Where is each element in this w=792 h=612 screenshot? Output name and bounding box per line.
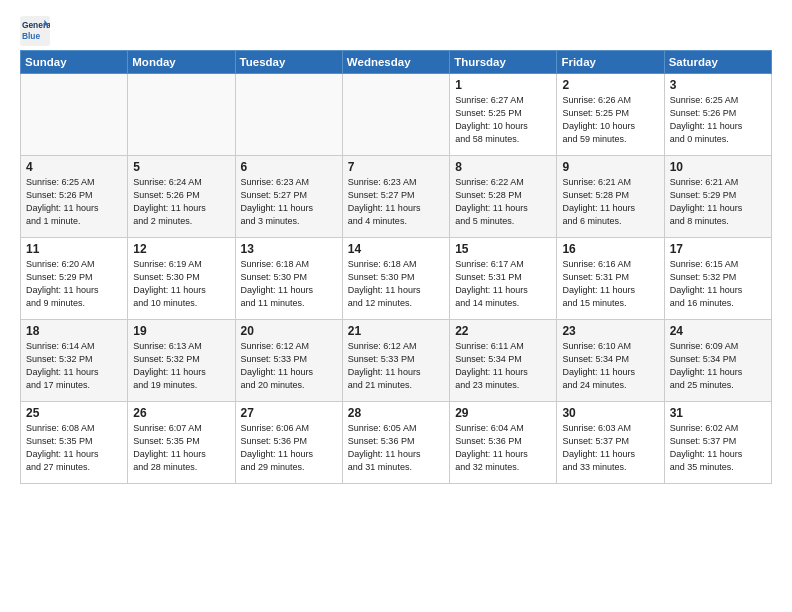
day-info: Sunrise: 6:16 AM Sunset: 5:31 PM Dayligh… bbox=[562, 258, 658, 310]
day-number: 17 bbox=[670, 242, 766, 256]
header-day-monday: Monday bbox=[128, 51, 235, 74]
day-info: Sunrise: 6:03 AM Sunset: 5:37 PM Dayligh… bbox=[562, 422, 658, 474]
calendar-cell: 11Sunrise: 6:20 AM Sunset: 5:29 PM Dayli… bbox=[21, 238, 128, 320]
day-info: Sunrise: 6:12 AM Sunset: 5:33 PM Dayligh… bbox=[241, 340, 337, 392]
day-info: Sunrise: 6:12 AM Sunset: 5:33 PM Dayligh… bbox=[348, 340, 444, 392]
week-row-5: 25Sunrise: 6:08 AM Sunset: 5:35 PM Dayli… bbox=[21, 402, 772, 484]
day-number: 13 bbox=[241, 242, 337, 256]
calendar-cell: 30Sunrise: 6:03 AM Sunset: 5:37 PM Dayli… bbox=[557, 402, 664, 484]
header-day-tuesday: Tuesday bbox=[235, 51, 342, 74]
calendar-header: SundayMondayTuesdayWednesdayThursdayFrid… bbox=[21, 51, 772, 74]
day-number: 15 bbox=[455, 242, 551, 256]
calendar-cell: 2Sunrise: 6:26 AM Sunset: 5:25 PM Daylig… bbox=[557, 74, 664, 156]
calendar-cell: 26Sunrise: 6:07 AM Sunset: 5:35 PM Dayli… bbox=[128, 402, 235, 484]
calendar-body: 1Sunrise: 6:27 AM Sunset: 5:25 PM Daylig… bbox=[21, 74, 772, 484]
calendar-cell: 18Sunrise: 6:14 AM Sunset: 5:32 PM Dayli… bbox=[21, 320, 128, 402]
page-container: General Blue SundayMondayTuesdayWednesda… bbox=[0, 0, 792, 494]
calendar-cell: 6Sunrise: 6:23 AM Sunset: 5:27 PM Daylig… bbox=[235, 156, 342, 238]
day-number: 2 bbox=[562, 78, 658, 92]
logo-icon: General Blue bbox=[20, 16, 50, 46]
day-info: Sunrise: 6:14 AM Sunset: 5:32 PM Dayligh… bbox=[26, 340, 122, 392]
calendar-cell: 27Sunrise: 6:06 AM Sunset: 5:36 PM Dayli… bbox=[235, 402, 342, 484]
day-info: Sunrise: 6:19 AM Sunset: 5:30 PM Dayligh… bbox=[133, 258, 229, 310]
day-info: Sunrise: 6:18 AM Sunset: 5:30 PM Dayligh… bbox=[241, 258, 337, 310]
calendar-cell: 29Sunrise: 6:04 AM Sunset: 5:36 PM Dayli… bbox=[450, 402, 557, 484]
day-info: Sunrise: 6:05 AM Sunset: 5:36 PM Dayligh… bbox=[348, 422, 444, 474]
calendar-table: SundayMondayTuesdayWednesdayThursdayFrid… bbox=[20, 50, 772, 484]
svg-text:Blue: Blue bbox=[22, 31, 41, 41]
week-row-4: 18Sunrise: 6:14 AM Sunset: 5:32 PM Dayli… bbox=[21, 320, 772, 402]
day-number: 7 bbox=[348, 160, 444, 174]
day-info: Sunrise: 6:09 AM Sunset: 5:34 PM Dayligh… bbox=[670, 340, 766, 392]
header-day-thursday: Thursday bbox=[450, 51, 557, 74]
day-number: 9 bbox=[562, 160, 658, 174]
day-info: Sunrise: 6:20 AM Sunset: 5:29 PM Dayligh… bbox=[26, 258, 122, 310]
week-row-2: 4Sunrise: 6:25 AM Sunset: 5:26 PM Daylig… bbox=[21, 156, 772, 238]
header-day-sunday: Sunday bbox=[21, 51, 128, 74]
calendar-cell: 24Sunrise: 6:09 AM Sunset: 5:34 PM Dayli… bbox=[664, 320, 771, 402]
day-number: 25 bbox=[26, 406, 122, 420]
day-number: 22 bbox=[455, 324, 551, 338]
day-info: Sunrise: 6:23 AM Sunset: 5:27 PM Dayligh… bbox=[241, 176, 337, 228]
calendar-cell: 1Sunrise: 6:27 AM Sunset: 5:25 PM Daylig… bbox=[450, 74, 557, 156]
calendar-cell: 28Sunrise: 6:05 AM Sunset: 5:36 PM Dayli… bbox=[342, 402, 449, 484]
day-info: Sunrise: 6:13 AM Sunset: 5:32 PM Dayligh… bbox=[133, 340, 229, 392]
day-info: Sunrise: 6:11 AM Sunset: 5:34 PM Dayligh… bbox=[455, 340, 551, 392]
week-row-3: 11Sunrise: 6:20 AM Sunset: 5:29 PM Dayli… bbox=[21, 238, 772, 320]
calendar-cell: 13Sunrise: 6:18 AM Sunset: 5:30 PM Dayli… bbox=[235, 238, 342, 320]
calendar-cell: 20Sunrise: 6:12 AM Sunset: 5:33 PM Dayli… bbox=[235, 320, 342, 402]
day-number: 19 bbox=[133, 324, 229, 338]
calendar-cell bbox=[128, 74, 235, 156]
day-info: Sunrise: 6:02 AM Sunset: 5:37 PM Dayligh… bbox=[670, 422, 766, 474]
header-row: SundayMondayTuesdayWednesdayThursdayFrid… bbox=[21, 51, 772, 74]
calendar-cell: 12Sunrise: 6:19 AM Sunset: 5:30 PM Dayli… bbox=[128, 238, 235, 320]
calendar-cell: 7Sunrise: 6:23 AM Sunset: 5:27 PM Daylig… bbox=[342, 156, 449, 238]
day-info: Sunrise: 6:08 AM Sunset: 5:35 PM Dayligh… bbox=[26, 422, 122, 474]
day-info: Sunrise: 6:27 AM Sunset: 5:25 PM Dayligh… bbox=[455, 94, 551, 146]
calendar-cell: 19Sunrise: 6:13 AM Sunset: 5:32 PM Dayli… bbox=[128, 320, 235, 402]
day-number: 1 bbox=[455, 78, 551, 92]
day-number: 14 bbox=[348, 242, 444, 256]
day-info: Sunrise: 6:22 AM Sunset: 5:28 PM Dayligh… bbox=[455, 176, 551, 228]
calendar-cell: 22Sunrise: 6:11 AM Sunset: 5:34 PM Dayli… bbox=[450, 320, 557, 402]
calendar-cell: 21Sunrise: 6:12 AM Sunset: 5:33 PM Dayli… bbox=[342, 320, 449, 402]
week-row-1: 1Sunrise: 6:27 AM Sunset: 5:25 PM Daylig… bbox=[21, 74, 772, 156]
day-info: Sunrise: 6:10 AM Sunset: 5:34 PM Dayligh… bbox=[562, 340, 658, 392]
calendar-cell: 4Sunrise: 6:25 AM Sunset: 5:26 PM Daylig… bbox=[21, 156, 128, 238]
day-info: Sunrise: 6:06 AM Sunset: 5:36 PM Dayligh… bbox=[241, 422, 337, 474]
day-info: Sunrise: 6:18 AM Sunset: 5:30 PM Dayligh… bbox=[348, 258, 444, 310]
header-day-wednesday: Wednesday bbox=[342, 51, 449, 74]
calendar-cell: 5Sunrise: 6:24 AM Sunset: 5:26 PM Daylig… bbox=[128, 156, 235, 238]
day-number: 21 bbox=[348, 324, 444, 338]
logo: General Blue bbox=[20, 16, 50, 46]
calendar-cell bbox=[235, 74, 342, 156]
calendar-cell: 10Sunrise: 6:21 AM Sunset: 5:29 PM Dayli… bbox=[664, 156, 771, 238]
calendar-cell: 15Sunrise: 6:17 AM Sunset: 5:31 PM Dayli… bbox=[450, 238, 557, 320]
day-number: 30 bbox=[562, 406, 658, 420]
day-info: Sunrise: 6:26 AM Sunset: 5:25 PM Dayligh… bbox=[562, 94, 658, 146]
calendar-cell: 9Sunrise: 6:21 AM Sunset: 5:28 PM Daylig… bbox=[557, 156, 664, 238]
calendar-cell: 8Sunrise: 6:22 AM Sunset: 5:28 PM Daylig… bbox=[450, 156, 557, 238]
day-number: 18 bbox=[26, 324, 122, 338]
day-number: 12 bbox=[133, 242, 229, 256]
day-number: 4 bbox=[26, 160, 122, 174]
day-number: 6 bbox=[241, 160, 337, 174]
day-info: Sunrise: 6:17 AM Sunset: 5:31 PM Dayligh… bbox=[455, 258, 551, 310]
day-number: 5 bbox=[133, 160, 229, 174]
day-number: 28 bbox=[348, 406, 444, 420]
day-info: Sunrise: 6:07 AM Sunset: 5:35 PM Dayligh… bbox=[133, 422, 229, 474]
day-info: Sunrise: 6:25 AM Sunset: 5:26 PM Dayligh… bbox=[26, 176, 122, 228]
day-number: 27 bbox=[241, 406, 337, 420]
day-number: 24 bbox=[670, 324, 766, 338]
header-day-friday: Friday bbox=[557, 51, 664, 74]
day-info: Sunrise: 6:23 AM Sunset: 5:27 PM Dayligh… bbox=[348, 176, 444, 228]
calendar-cell bbox=[21, 74, 128, 156]
day-info: Sunrise: 6:15 AM Sunset: 5:32 PM Dayligh… bbox=[670, 258, 766, 310]
calendar-cell bbox=[342, 74, 449, 156]
page-header: General Blue bbox=[20, 16, 772, 46]
calendar-cell: 23Sunrise: 6:10 AM Sunset: 5:34 PM Dayli… bbox=[557, 320, 664, 402]
day-info: Sunrise: 6:21 AM Sunset: 5:28 PM Dayligh… bbox=[562, 176, 658, 228]
calendar-cell: 3Sunrise: 6:25 AM Sunset: 5:26 PM Daylig… bbox=[664, 74, 771, 156]
calendar-cell: 31Sunrise: 6:02 AM Sunset: 5:37 PM Dayli… bbox=[664, 402, 771, 484]
day-info: Sunrise: 6:04 AM Sunset: 5:36 PM Dayligh… bbox=[455, 422, 551, 474]
